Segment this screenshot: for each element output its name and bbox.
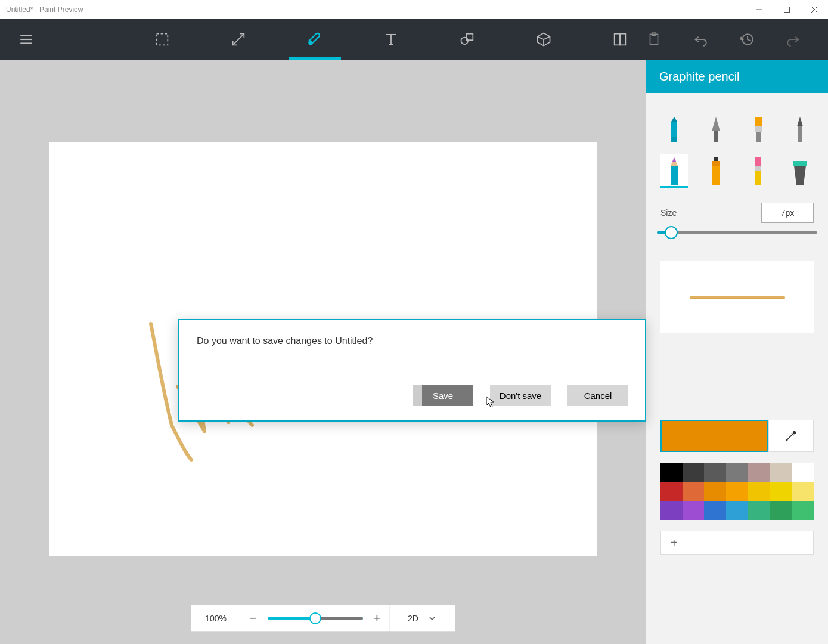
view-mode-dropdown[interactable]: 2D (389, 605, 455, 631)
preview-stroke (690, 296, 785, 298)
color-swatch[interactable] (704, 463, 726, 482)
color-swatch[interactable] (683, 501, 705, 520)
color-swatch[interactable] (770, 501, 792, 520)
color-swatch[interactable] (726, 482, 748, 501)
paste-button[interactable] (636, 19, 672, 60)
brush-fill[interactable] (786, 154, 814, 186)
save-button[interactable]: Save (413, 385, 473, 406)
color-swatch[interactable] (683, 482, 705, 501)
size-slider[interactable] (657, 231, 817, 234)
svg-rect-20 (620, 34, 625, 45)
color-swatch[interactable] (704, 482, 726, 501)
svg-rect-32 (756, 132, 761, 142)
svg-rect-38 (714, 157, 718, 161)
svg-line-17 (544, 36, 550, 39)
zoom-bar: 100% − + 2D (191, 605, 455, 632)
svg-line-16 (538, 36, 544, 39)
cancel-button[interactable]: Cancel (567, 385, 628, 406)
add-color-button[interactable]: + (660, 531, 814, 555)
svg-point-46 (793, 432, 796, 434)
3d-objects-tool[interactable] (517, 19, 570, 60)
svg-rect-29 (714, 131, 718, 142)
dialog-scrim: Do you want to save changes to Untitled?… (0, 60, 646, 644)
stroke-preview (660, 261, 814, 333)
color-swatch[interactable] (660, 482, 683, 501)
color-palette (660, 463, 814, 520)
window-title: Untitled* - Paint Preview (6, 5, 746, 14)
svg-point-9 (309, 42, 312, 45)
color-swatch[interactable] (726, 501, 748, 520)
svg-rect-34 (798, 126, 802, 142)
svg-rect-43 (755, 171, 761, 185)
dialog-message: Do you want to save changes to Untitled? (179, 320, 645, 346)
size-input[interactable]: 7px (761, 203, 814, 223)
brush-oil[interactable] (745, 111, 772, 143)
redo-button[interactable] (776, 19, 811, 60)
brush-eraser[interactable] (745, 154, 772, 186)
svg-rect-39 (712, 161, 720, 166)
close-button[interactable] (801, 0, 828, 19)
current-color-swatch[interactable] (660, 420, 768, 452)
svg-rect-40 (712, 166, 720, 185)
zoom-value[interactable]: 100% (191, 605, 241, 631)
text-tool[interactable] (365, 19, 417, 60)
svg-marker-33 (797, 117, 803, 126)
brush-grid (646, 93, 828, 192)
zoom-out-button[interactable]: − (241, 605, 265, 631)
dont-save-button[interactable]: Don't save (490, 385, 551, 406)
color-swatch[interactable] (660, 463, 683, 482)
eyedropper-button[interactable] (768, 420, 814, 452)
minimize-button[interactable] (746, 0, 773, 19)
color-swatch[interactable] (726, 463, 748, 482)
zoom-in-button[interactable]: + (365, 605, 389, 631)
svg-rect-44 (793, 161, 807, 166)
color-swatch[interactable] (792, 501, 814, 520)
svg-rect-1 (784, 7, 790, 13)
svg-rect-19 (615, 34, 620, 45)
svg-marker-36 (672, 157, 676, 162)
color-swatch[interactable] (660, 501, 683, 520)
view-mode-label: 2D (408, 614, 418, 623)
side-panel: Graphite pencil (646, 60, 828, 644)
chevron-down-icon (428, 614, 436, 623)
svg-rect-30 (755, 117, 762, 126)
svg-rect-37 (671, 166, 678, 185)
maximize-button[interactable] (773, 0, 801, 19)
undo-button[interactable] (683, 19, 718, 60)
svg-line-8 (233, 34, 244, 45)
svg-marker-45 (794, 166, 806, 185)
save-changes-dialog: Do you want to save changes to Untitled?… (178, 319, 646, 422)
svg-rect-27 (671, 137, 677, 142)
size-label: Size (660, 208, 677, 218)
brush-spray[interactable] (702, 154, 730, 186)
svg-marker-26 (671, 117, 677, 122)
panel-title: Graphite pencil (646, 60, 828, 93)
color-swatch[interactable] (792, 482, 814, 501)
svg-rect-42 (755, 166, 761, 171)
zoom-slider[interactable] (268, 617, 363, 620)
color-swatch[interactable] (748, 501, 770, 520)
svg-rect-41 (755, 157, 761, 166)
color-swatch[interactable] (704, 501, 726, 520)
crop-tool[interactable] (212, 19, 265, 60)
svg-rect-25 (671, 122, 677, 140)
color-swatch[interactable] (748, 482, 770, 501)
color-swatch[interactable] (770, 482, 792, 501)
color-swatch[interactable] (770, 463, 792, 482)
svg-marker-28 (712, 117, 720, 131)
select-tool[interactable] (136, 19, 188, 60)
color-swatch[interactable] (683, 463, 705, 482)
shapes-tool[interactable] (441, 19, 494, 60)
svg-rect-7 (157, 34, 168, 45)
brush-graphite-pencil[interactable] (660, 154, 688, 186)
color-swatch[interactable] (792, 463, 814, 482)
brush-marker[interactable] (660, 111, 688, 143)
menu-button[interactable] (0, 19, 52, 60)
color-swatch[interactable] (748, 463, 770, 482)
brush-tool[interactable] (289, 19, 341, 60)
history-button[interactable] (729, 19, 765, 60)
brush-calligraphy[interactable] (702, 111, 730, 143)
svg-rect-31 (755, 126, 762, 132)
brush-pen[interactable] (786, 111, 814, 143)
main-toolbar (0, 19, 828, 60)
